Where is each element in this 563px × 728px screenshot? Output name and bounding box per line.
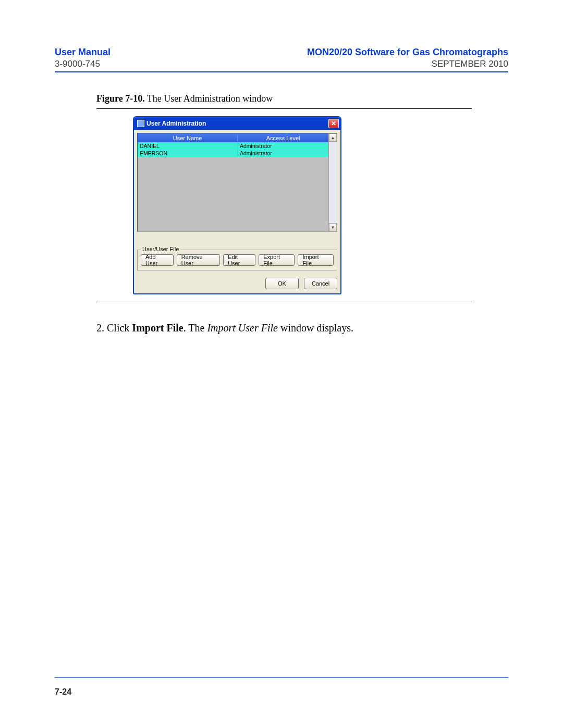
step-text-post: window displays. [278, 322, 353, 334]
col-user-name[interactable]: User Name [138, 135, 238, 141]
figure-caption: Figure 7-10. The User Administration win… [96, 93, 508, 104]
step-text-mid: . The [183, 322, 207, 334]
doc-number: 3-9000-745 [55, 59, 100, 69]
titlebar[interactable]: User Administration ✕ [134, 117, 340, 130]
window-title: User Administration [146, 120, 206, 127]
fieldset-legend: User/User File [141, 246, 180, 252]
figure-frame: User Administration ✕ User Name Access L… [96, 108, 472, 302]
cell-level: Administrator [238, 150, 328, 156]
scroll-up-icon[interactable]: ▲ [329, 133, 337, 142]
step-number: 2. [96, 320, 104, 336]
figure-text: The User Administration window [145, 93, 273, 104]
page-number: 7-24 [55, 687, 508, 697]
close-icon[interactable]: ✕ [328, 119, 339, 128]
instruction-step: 2. Click Import File. The Import User Fi… [96, 320, 508, 336]
cancel-button[interactable]: Cancel [304, 278, 337, 289]
grid-header: User Name Access Level [138, 133, 328, 142]
cell-level: Administrator [238, 143, 328, 149]
scroll-down-icon[interactable]: ▼ [329, 223, 337, 231]
remove-user-button[interactable]: Remove User [177, 254, 220, 266]
col-access-level[interactable]: Access Level [238, 135, 328, 141]
import-file-button[interactable]: Import File [298, 254, 334, 266]
header-left: User Manual [55, 47, 111, 58]
scrollbar[interactable]: ▲ ▼ [328, 133, 337, 231]
step-bold: Import File [132, 322, 183, 334]
step-text-pre: Click [107, 322, 132, 334]
header-right: MON20/20 Software for Gas Chromatographs [307, 47, 508, 58]
step-italic: Import User File [207, 322, 278, 334]
window-icon [137, 120, 144, 127]
user-file-fieldset: User/User File Add User Remove User Edit… [137, 250, 337, 270]
add-user-button[interactable]: Add User [141, 254, 174, 266]
edit-user-button[interactable]: Edit User [223, 254, 255, 266]
cell-user: DANIEL [138, 143, 238, 149]
figure-label: Figure 7-10. [96, 93, 145, 104]
table-row[interactable]: DANIEL Administrator [138, 142, 328, 150]
scroll-track[interactable] [329, 142, 337, 223]
doc-date: SEPTEMBER 2010 [432, 59, 508, 69]
footer-rule [55, 677, 508, 678]
table-row[interactable]: EMERSON Administrator [138, 150, 328, 157]
header-rule [55, 71, 508, 72]
export-file-button[interactable]: Export File [259, 254, 295, 266]
user-grid[interactable]: User Name Access Level DANIEL Administra… [137, 133, 337, 232]
user-admin-window: User Administration ✕ User Name Access L… [133, 116, 341, 294]
cell-user: EMERSON [138, 150, 238, 156]
ok-button[interactable]: OK [265, 278, 299, 289]
